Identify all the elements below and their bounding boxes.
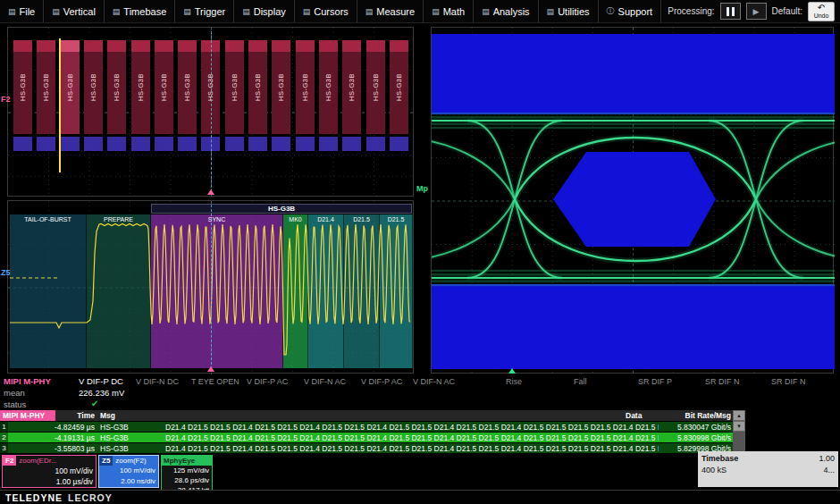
table-row[interactable]: 1 -4.82459 µs HS-G3B D21.4 D21.5 D21.5 D… [0,421,745,432]
column-header-bitrate[interactable]: Bit Rate/Msg [661,411,731,420]
trigger-position-marker [207,366,214,372]
scroll-track[interactable] [733,432,745,453]
timebase-menu-icon: ▤ [113,7,121,16]
processing-label: Processing: [668,6,714,16]
menu-label: Trigger [195,6,225,17]
burst-marker-strip [13,137,32,151]
row-bitrate: 5.830998 Gbit/s [661,433,731,442]
burst-marker-strip [107,137,126,151]
column-header-time[interactable]: Time [52,411,95,420]
measure-param[interactable]: SR DIF N [705,377,740,386]
eye-trigger-marker [508,368,516,374]
center-cursor-line [211,31,212,192]
measure-param[interactable]: SR DIF N [771,377,806,386]
decode-table-tab[interactable]: MIPI M-PHY [0,410,55,421]
zoom-panel[interactable]: HS-G3B TAIL-OF-BURST PREPARE SYNC MK0 D2… [7,200,414,374]
measure-param[interactable]: Rise [506,377,522,386]
descriptor-title: zoom(EDr... [16,457,56,465]
undo-icon: ↶ [818,4,825,13]
menu-item-analysis[interactable]: ▤Analysis [474,0,538,22]
scroll-down-button[interactable]: ▼ [733,421,745,432]
undo-button[interactable]: ↶ Undo [808,2,835,21]
math-menu-icon: ▤ [432,7,440,16]
burst-segment: HS-G3B [107,40,126,167]
measure-param[interactable]: Fall [574,377,587,386]
acquisition-panel[interactable]: HS-G3BHS-G3BHS-G3BHS-G3BHS-G3BHS-G3BHS-G… [7,27,414,197]
menu-item-utilities[interactable]: ▤Utilities [539,0,599,22]
burst-marker-strip [272,137,290,151]
row-time: -4.19131 µs [13,433,95,442]
timebase-rate: 4... [823,466,835,475]
utilities-menu-icon: ▤ [547,7,555,16]
measure-param-selected[interactable]: V DIF-P DC [79,376,123,386]
menu-label: Analysis [493,6,530,17]
footer-bar: TELEDYNE LECROY [0,490,840,504]
measure-param[interactable]: T EYE OPEN [191,377,239,386]
burst-segment: HS-G3B [248,40,267,167]
timebase-box[interactable]: Timebase 1.00 400 kS 4... [698,451,838,487]
measure-row-label-mean: mean [4,388,25,398]
row-index: 2 [0,433,8,442]
descriptor-box-z5[interactable]: Z5 zoom(F2) 100 mV/div 2.00 ns/div [98,455,159,488]
pause-button[interactable] [720,3,741,20]
descriptor-header: Z5 zoom(F2) [99,456,158,466]
burst-label: HS-G3B [42,73,50,101]
burst-label: HS-G3B [113,73,121,101]
burst-label: HS-G3B [183,73,191,101]
file-menu-icon: ▤ [8,7,16,16]
burst-marker-strip [296,137,315,151]
menu-item-vertical[interactable]: ▤Vertical [44,0,105,22]
menu-item-display[interactable]: ▤Display [234,0,295,22]
display-menu-icon: ▤ [242,7,250,16]
trigger-position-marker [207,189,214,195]
measure-param[interactable]: V DIF-P AC [361,377,402,386]
table-row-selected[interactable]: 2 -4.19131 µs HS-G3B D21.4 D21.5 D21.5 D… [0,432,745,442]
menu-item-cursors[interactable]: ▤Cursors [295,0,357,22]
table-row[interactable]: 3 -3.55803 µs HS-G3B D21.4 D21.5 D21.5 D… [0,442,745,453]
measure-param[interactable]: V DIF-N AC [304,377,346,386]
vertical-menu-icon: ▤ [52,7,60,16]
measure-menu-icon: ▤ [365,7,374,16]
measure-param[interactable]: V DIF-N AC [413,377,455,386]
menu-label: Math [443,6,465,17]
measure-group-label[interactable]: MIPI M-PHY [4,376,51,386]
burst-segment: HS-G3B [61,40,80,167]
menu-item-measure[interactable]: ▤Measure [357,0,424,22]
row-time: -4.82459 µs [13,423,95,432]
menu-item-file[interactable]: ▤File [0,0,44,22]
measure-param[interactable]: SR DIF P [638,377,672,386]
burst-marker-strip [131,137,150,151]
play-button[interactable]: ▶ [746,3,767,20]
channel-label-z5: Z5 [1,268,11,277]
descriptor-box-f2[interactable]: F2 zoom(EDr... 100 mV/div 1.00 µs/div [2,455,97,488]
burst-label: HS-G3B [324,73,332,101]
scroll-up-button[interactable]: ▲ [733,410,745,421]
burst-marker-strip [342,137,361,151]
column-header-msg[interactable]: Msg [100,411,115,420]
eye-diagram-panel[interactable] [431,27,834,374]
burst-marker-strip [366,137,385,151]
zoom-position-highlight[interactable] [59,38,61,172]
timebase-samples: 400 kS [701,466,727,475]
row-msg: HS-G3B [100,433,129,442]
burst-marker-strip [61,137,80,151]
menu-item-timebase[interactable]: ▤Timebase [105,0,175,22]
descriptor-vdiv: 100 mV/div [3,466,96,476]
support-menu-icon: ⓘ [607,5,615,17]
table-scrollbar[interactable]: ▲ ▼ [733,410,745,453]
measure-param[interactable]: V DIF-N DC [136,377,179,386]
menu-label: File [20,6,36,17]
descriptor-tab-f2: F2 [3,456,16,466]
measure-param[interactable]: V DIF-P AC [247,377,288,386]
menu-item-math[interactable]: ▤Math [424,0,474,22]
row-data: D21.4 D21.5 D21.5 D21.4 D21.5 D21.5 D21.… [165,444,659,453]
menu-item-support[interactable]: ⓘSupport [599,0,662,22]
row-msg: HS-G3B [100,444,129,453]
burst-segment: HS-G3B [296,40,315,167]
burst-segment: HS-G3B [37,40,55,167]
scroll-up-icon: ▲ [736,413,742,418]
column-header-data[interactable]: Data [626,411,642,420]
menu-item-trigger[interactable]: ▤Trigger [175,0,234,22]
pause-icon [727,7,735,16]
burst-marker-strip [225,137,244,151]
